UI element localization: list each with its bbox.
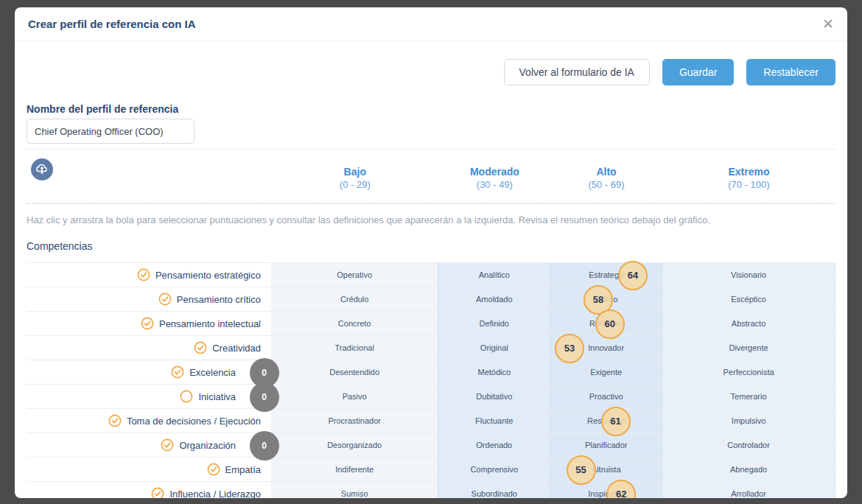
scale-cell[interactable]: Desentendido [271,360,438,384]
scale-cell[interactable]: Tradicional [271,336,438,360]
modal-body: Volver al formulario de IA Guardar Resta… [15,59,847,498]
score-ball[interactable]: 60 [595,309,625,339]
check-circle-icon[interactable] [207,463,220,476]
score-ball[interactable]: 0 [250,382,279,412]
scale-cell[interactable]: Abstracto [662,312,835,335]
scale-cell[interactable]: Amoldado [438,287,550,311]
score-track: CréduloAmoldadoCríticoEscéptico [271,287,835,311]
scale-level-moderado: Moderado(30 - 49) [439,150,551,203]
score-track: IndiferenteComprensivoAltruistaAbnegado [271,458,835,481]
scale-cell[interactable]: Operativo [271,263,438,287]
scale-cell[interactable]: Desorganizado [271,433,438,457]
scale-level-bajo: Bajo(0 - 29) [271,150,439,203]
cloud-sync-icon[interactable] [31,158,53,181]
scale-cell[interactable]: Proactivo [550,385,662,408]
close-icon[interactable]: ✕ [822,17,834,31]
scale-cell[interactable]: Abnegado [662,458,835,481]
competency-row: Toma de decisiones / Ejecución Procrasti… [27,408,835,433]
competency-row: Excelencia DesentendidoMetódicoExigenteP… [27,360,835,384]
level-name: Bajo [344,166,366,178]
scale-cell[interactable]: Original [438,336,550,360]
actions-row: Volver al formulario de IA Guardar Resta… [27,59,835,85]
score-track: DesentendidoMetódicoExigentePerfeccionis… [271,360,835,384]
scale-cell[interactable]: Temerario [662,385,835,408]
scale-cell[interactable]: Perfeccionista [662,360,835,384]
scale-cell[interactable]: Sumiso [271,482,438,498]
level-range: (70 - 100) [728,178,769,191]
level-range: (0 - 29) [340,178,371,191]
level-range: (50 - 69) [588,178,624,191]
competency-name: Toma de decisiones / Ejecución [127,416,261,427]
competency-label[interactable]: Pensamiento intelectual [27,312,271,335]
competency-label[interactable]: Iniciativa [27,385,271,408]
competency-name: Empatía [225,464,261,475]
scale-cell[interactable]: Indiferente [271,458,438,481]
check-circle-icon[interactable] [194,341,207,354]
scale-cell[interactable]: Escéptico [662,287,835,311]
competency-label[interactable]: Influencia / Liderazgo [27,482,271,498]
scale-cell[interactable]: Pasivo [271,385,438,408]
scale-cell[interactable]: Procrastinador [271,409,438,433]
check-circle-icon[interactable] [180,390,193,403]
check-circle-icon[interactable] [108,414,122,427]
scale-cell[interactable]: Ordenado [438,433,550,457]
scale-spacer [27,150,271,203]
back-to-ai-form-button[interactable]: Volver al formulario de IA [504,59,650,85]
score-track: TradicionalOriginalInnovadorDivergente [271,336,835,360]
scale-cell[interactable]: Fluctuante [438,409,550,433]
scale-cell[interactable]: Subordinado [438,482,550,498]
score-ball[interactable]: 53 [555,334,584,363]
competency-name: Iniciativa [198,391,236,402]
competency-label[interactable]: Organización [27,433,271,457]
check-circle-icon[interactable] [171,365,184,379]
competency-row: Influencia / Liderazgo SumisoSubordinado… [27,481,835,498]
competency-name: Pensamiento crítico [177,294,261,305]
competency-label[interactable]: Creatividad [27,336,271,360]
scale-cell[interactable]: Crédulo [271,287,438,311]
competency-label[interactable]: Excelencia [27,360,271,384]
score-ball[interactable]: 61 [601,407,631,436]
scale-cell[interactable]: Controlador [662,433,835,457]
check-circle-icon[interactable] [161,438,174,452]
score-ball[interactable]: 64 [618,261,648,290]
competency-name: Organización [179,440,236,451]
competency-name: Pensamiento intelectual [159,318,261,329]
profile-name-input[interactable] [27,119,195,144]
competency-row: Creatividad TradicionalOriginalInnovador… [27,335,835,360]
score-track: SumisoSubordinadoInspiradorArrollador [271,482,835,498]
instruction-text: Haz clic y arrastra la bola para selecci… [27,214,835,225]
check-circle-icon[interactable] [151,487,164,498]
modal-title: Crear perfil de referencia con IA [28,18,196,30]
check-circle-icon[interactable] [137,268,150,281]
competency-label[interactable]: Toma de decisiones / Ejecución [27,409,271,433]
competency-row: Pensamiento intelectual ConcretoDefinido… [27,311,835,335]
check-circle-icon[interactable] [141,317,154,330]
scale-cell[interactable]: Visionario [662,263,835,287]
scale-cell[interactable]: Inspirador [550,482,662,498]
reset-button[interactable]: Restablecer [746,59,835,85]
competency-label[interactable]: Pensamiento estratégico [27,263,271,287]
modal-header: Crear perfil de referencia con IA ✕ [15,7,847,41]
scale-cell[interactable]: Arrollador [662,482,835,498]
scale-cell[interactable]: Planificador [550,433,662,457]
scale-cell[interactable]: Exigente [550,360,662,384]
scale-cell[interactable]: Dubitativo [438,385,550,408]
scale-cell[interactable]: Concreto [271,312,438,335]
scale-header: Bajo(0 - 29)Moderado(30 - 49)Alto(50 - 6… [27,150,835,204]
competency-row: Iniciativa PasivoDubitativoProactivoTeme… [27,384,835,408]
competency-row: Organización DesorganizadoOrdenadoPlanif… [27,433,835,457]
save-button[interactable]: Guardar [662,59,734,85]
score-ball[interactable]: 0 [250,431,279,461]
competency-label[interactable]: Empatía [27,458,271,481]
scale-cell[interactable]: Definido [438,312,550,335]
scale-cell[interactable]: Divergente [662,336,835,360]
scale-cell[interactable]: Impulsivo [662,409,835,433]
score-ball[interactable]: 55 [567,455,596,485]
check-circle-icon[interactable] [158,293,172,306]
scale-cell[interactable]: Comprensivo [438,458,550,481]
scale-cell[interactable]: Analítico [438,263,550,287]
competency-name: Influencia / Liderazgo [169,489,261,499]
competency-label[interactable]: Pensamiento crítico [27,287,271,311]
competencies-title: Competencias [27,240,835,252]
scale-cell[interactable]: Metódico [438,360,550,384]
